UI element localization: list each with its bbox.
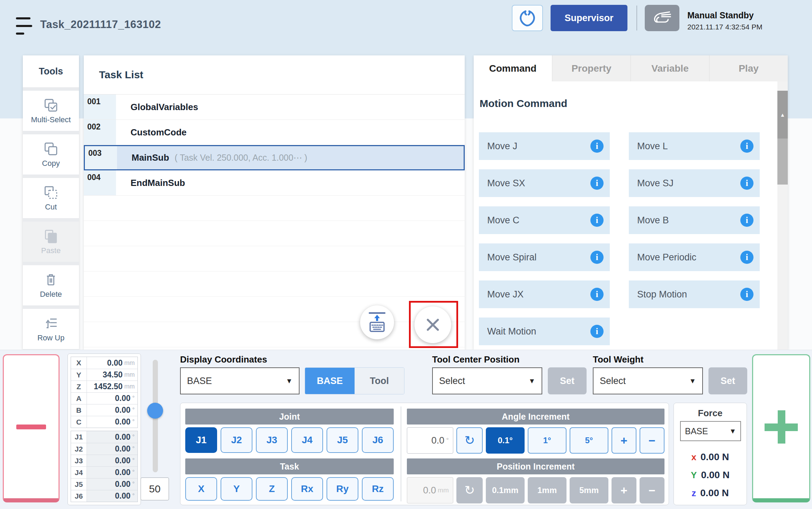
info-icon[interactable]: i xyxy=(740,251,753,264)
move-sj-button[interactable]: Move SJi xyxy=(629,169,760,197)
delete-button[interactable]: Delete xyxy=(23,265,79,305)
copy-button[interactable]: Copy xyxy=(23,134,79,175)
position-unit: mm xyxy=(438,486,449,494)
task-row[interactable]: 002 CustomCode xyxy=(84,120,465,145)
jog-axis-j6[interactable]: J6 xyxy=(362,427,394,453)
supervisor-button[interactable]: Supervisor xyxy=(551,5,627,31)
joint-button-row: J1 J2 J3 J4 J5 J6 xyxy=(185,427,394,453)
paste-button[interactable]: Paste xyxy=(23,222,79,262)
wait-motion-button[interactable]: Wait Motioni xyxy=(479,318,610,345)
tab-command[interactable]: Command xyxy=(474,55,552,81)
tcp-set-button[interactable]: Set xyxy=(548,367,587,394)
row-up-icon xyxy=(43,315,59,331)
speed-slider-knob[interactable] xyxy=(147,403,163,419)
task-row[interactable]: 001 GlobalVariables xyxy=(84,95,465,120)
angle-minus-button[interactable]: − xyxy=(640,427,664,454)
task-row-name: GlobalVariables xyxy=(131,102,198,113)
move-spiral-button[interactable]: Move Spirali xyxy=(479,243,610,271)
move-periodic-button[interactable]: Move Periodici xyxy=(629,243,760,271)
jog-axis-j3[interactable]: J3 xyxy=(256,427,288,453)
toggle-tool[interactable]: Tool xyxy=(355,368,404,394)
info-icon[interactable]: i xyxy=(590,140,604,153)
robot-pose-table: X0.00mm Y34.50mm Z1452.50mm A0.00° B0.00… xyxy=(68,354,141,505)
jog-axis-j4[interactable]: J4 xyxy=(291,427,323,453)
angle-reset-button[interactable]: ↻ xyxy=(456,427,483,454)
angle-option-5[interactable]: 5° xyxy=(570,427,608,454)
move-l-button[interactable]: Move Li xyxy=(629,132,760,160)
task-row[interactable]: 004 EndMainSub xyxy=(84,170,465,196)
position-option-0-1mm[interactable]: 0.1mm xyxy=(486,477,525,503)
info-icon[interactable]: i xyxy=(590,251,604,264)
jog-axis-ry[interactable]: Ry xyxy=(327,477,358,501)
tool-center-position-select[interactable]: Select ▼ xyxy=(432,367,542,394)
position-option-5mm[interactable]: 5mm xyxy=(570,477,608,503)
virtual-keyboard-button[interactable] xyxy=(360,305,394,339)
jog-axis-y[interactable]: Y xyxy=(221,477,252,501)
position-minus-button[interactable]: − xyxy=(640,477,664,503)
info-icon[interactable]: i xyxy=(590,325,604,338)
hamburger-menu-icon[interactable] xyxy=(16,17,33,35)
multi-select-button[interactable]: Multi-Select xyxy=(23,91,79,131)
move-c-button[interactable]: Move Ci xyxy=(479,206,610,234)
angle-plus-button[interactable]: + xyxy=(612,427,636,454)
move-jx-button[interactable]: Move JXi xyxy=(479,280,610,308)
tab-property[interactable]: Property xyxy=(552,55,631,81)
tool-weight-set-button[interactable]: Set xyxy=(708,367,747,394)
command-label: Move JX xyxy=(487,289,524,300)
keyboard-icon xyxy=(366,311,388,333)
jog-axis-j5[interactable]: J5 xyxy=(327,427,358,453)
display-coordinates-select[interactable]: BASE ▼ xyxy=(180,367,300,394)
task-row-name: CustomCode xyxy=(131,127,187,138)
jog-axis-rx[interactable]: Rx xyxy=(291,477,323,501)
jog-axis-z[interactable]: Z xyxy=(256,477,288,501)
angle-option-1[interactable]: 1° xyxy=(528,427,566,454)
jog-plus-button[interactable] xyxy=(752,354,810,502)
move-sx-button[interactable]: Move SXi xyxy=(479,169,610,197)
tool-weight-select[interactable]: Select ▼ xyxy=(593,367,703,394)
scroll-up-button[interactable]: ▲ xyxy=(777,91,788,139)
tool-label: Cut xyxy=(45,203,57,212)
info-icon[interactable]: i xyxy=(590,288,604,301)
move-b-button[interactable]: Move Bi xyxy=(629,206,760,234)
jog-axis-rz[interactable]: Rz xyxy=(362,477,394,501)
jog-axis-j2[interactable]: J2 xyxy=(221,427,252,453)
info-icon[interactable]: i xyxy=(590,177,604,190)
speed-value-box[interactable]: 50 xyxy=(141,477,169,500)
position-value: 0.0 xyxy=(423,485,436,496)
position-plus-button[interactable]: + xyxy=(612,477,636,503)
task-row-selected[interactable]: 003 MainSub ( Task Vel. 250.000, Acc. 1.… xyxy=(84,145,465,170)
cut-button[interactable]: Cut xyxy=(23,178,79,218)
info-icon[interactable]: i xyxy=(740,140,753,153)
task-row-number: 002 xyxy=(84,120,116,145)
info-icon[interactable]: i xyxy=(740,214,753,227)
robot-status: Manual Standby xyxy=(687,10,754,20)
manual-mode-button[interactable] xyxy=(645,5,679,31)
gripper-button[interactable] xyxy=(512,5,543,31)
pose-row: J60.00° xyxy=(71,490,137,502)
position-option-1mm[interactable]: 1mm xyxy=(528,477,566,503)
toggle-base[interactable]: BASE xyxy=(305,368,355,394)
info-icon[interactable]: i xyxy=(740,288,753,301)
move-j-button[interactable]: Move Ji xyxy=(479,132,610,160)
tool-label: Delete xyxy=(40,290,62,299)
row-up-button[interactable]: Row Up xyxy=(23,309,79,349)
position-increment-input[interactable]: 0.0 mm xyxy=(407,477,453,503)
angle-option-0-1[interactable]: 0.1° xyxy=(486,427,525,454)
command-scrollbar[interactable]: ▲ xyxy=(777,81,788,350)
jog-axis-x[interactable]: X xyxy=(185,477,217,501)
info-icon[interactable]: i xyxy=(740,177,753,190)
info-icon[interactable]: i xyxy=(590,214,604,227)
task-row-detail: ( Task Vel. 250.000, Acc. 1.000⋯ ) xyxy=(175,153,307,163)
angle-increment-input[interactable]: 0.0 ° xyxy=(407,427,453,454)
jog-axis-j1[interactable]: J1 xyxy=(185,427,217,453)
stop-motion-button[interactable]: Stop Motioni xyxy=(629,280,760,308)
jog-minus-button[interactable] xyxy=(3,354,60,502)
command-panel-tabs: Command Property Variable Play xyxy=(474,55,788,81)
scrollbar-thumb[interactable] xyxy=(777,139,788,185)
tab-variable[interactable]: Variable xyxy=(631,55,710,81)
tab-play[interactable]: Play xyxy=(710,55,788,81)
position-reset-button[interactable]: ↻ xyxy=(456,477,483,503)
pose-row: J40.00° xyxy=(71,466,137,478)
task-row-empty xyxy=(84,196,465,221)
force-frame-select[interactable]: BASE ▼ xyxy=(680,421,741,441)
